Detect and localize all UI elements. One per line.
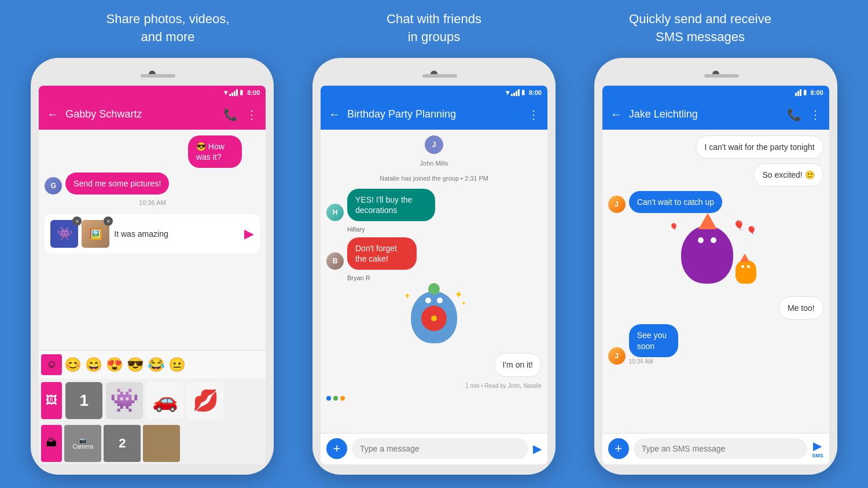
sticker-purple-group: 🎈 🎈 🎈 (608, 218, 823, 292)
emoji-4[interactable]: 😎 (127, 357, 144, 373)
sms-send-btn[interactable]: ▶ SMS (812, 439, 823, 458)
message-input-3[interactable] (634, 438, 807, 459)
compose-text: It was amazing (114, 229, 240, 239)
msg-catch-up: J Can't wait to catch up (608, 191, 823, 213)
bubble-hillary: YES! I'll buy the decorations (347, 189, 435, 221)
app-bar-3: ← Jake Leichtling 📞 ⋮ (602, 100, 829, 130)
msg-so-excited: So excited! 🙂 (608, 163, 823, 186)
emoji-bar: ☺ 😊 😄 😍 😎 😂 😐 (39, 350, 266, 379)
bubble-1-1: 😎 How was it? (188, 135, 242, 168)
app-bar-2: ← Birthday Party Planning ⋮ (321, 100, 547, 130)
emoji-list: 😊 😄 😍 😎 😂 😐 (64, 354, 186, 375)
more-button-2[interactable]: ⋮ (528, 108, 539, 122)
chat-area-1: 😎 How was it? G Send me some pictures! 1… (39, 130, 266, 350)
call-button-1[interactable]: 📞 (223, 108, 238, 122)
emoji-2[interactable]: 😄 (85, 357, 102, 373)
battery-icon-1: ▮ (240, 89, 243, 96)
battery-icon-3: ▮ (803, 89, 807, 96)
attachment-previews: 👾 × 🖼️ × (50, 220, 109, 248)
message-input-2[interactable] (352, 438, 528, 459)
time-see-you: 10:34 AM (629, 358, 695, 365)
input-bar-2: + ▶ (321, 433, 547, 464)
read-receipt: 1 min • Read by John, Natalie (326, 383, 542, 389)
photo-thumb: 🖼️ × (82, 220, 109, 248)
sticker-4[interactable]: 💋 (187, 382, 224, 419)
back-button-1[interactable]: ← (47, 108, 58, 121)
phone-1: ▾ ▮ 8:00 ← Gabby Schwartz 📞 ⋮ (31, 58, 274, 475)
msg-time-1: 10:36 AM (45, 199, 260, 206)
avatar-gabby: G (45, 177, 62, 195)
signal-1 (229, 89, 238, 96)
bubble-bryan: Don't forget the cake! (347, 237, 417, 270)
label-2: Chat with friendsin groups (301, 10, 567, 46)
wifi-icon-1: ▾ (224, 89, 227, 97)
bubble-me-too: Me too! (779, 296, 823, 320)
add-button-3[interactable]: + (608, 438, 629, 459)
more-button-3[interactable]: ⋮ (810, 108, 821, 122)
camera-btn[interactable]: 📷Camera (64, 425, 101, 462)
emoji-6[interactable]: 😐 (168, 357, 186, 373)
sticker-2[interactable]: 👾 (106, 382, 143, 419)
john-avatar: J (425, 135, 443, 154)
photo-toggle[interactable]: 🏔 (41, 425, 62, 462)
john-avatar-row: J (326, 135, 542, 154)
typing-dot-3 (340, 396, 345, 401)
send-button-1[interactable]: ▶ (244, 226, 254, 241)
sticker-group: ✦ ✦ ✦ (326, 286, 542, 348)
remove-photo[interactable]: × (104, 217, 113, 226)
bubble-im-on-it: I'm on it! (494, 353, 542, 376)
label-3: Quickly send and receiveSMS messages (567, 10, 833, 46)
emoji-5[interactable]: 😂 (148, 357, 165, 373)
status-bar-1: ▾ ▮ 8:00 (39, 86, 266, 100)
back-button-2[interactable]: ← (329, 108, 340, 121)
sms-label: SMS (812, 453, 823, 458)
chat-title-1: Gabby Schwartz (65, 108, 223, 120)
bubble-1-2: Send me some pictures! (65, 173, 169, 195)
add-button-2[interactable]: + (326, 438, 347, 459)
sticker-toggle[interactable]: 🖼 (41, 382, 62, 419)
call-button-3[interactable]: 📞 (787, 108, 801, 122)
bubble-excited: So excited! 🙂 (753, 163, 823, 186)
join-notice: Natalie has joined the group • 2:31 PM (326, 173, 542, 184)
back-button-3[interactable]: ← (610, 108, 622, 121)
emoji-1[interactable]: 😊 (64, 357, 82, 373)
bubble-cant-wait: I can't wait for the party tonight (696, 135, 823, 159)
sticker-bar: 🖼 1 👾 🚗 💋 (39, 379, 266, 423)
photo-thumb-2[interactable] (143, 425, 180, 462)
msg-see-you: J See you soon 10:34 AM (608, 324, 823, 364)
wifi-icon-2: ▾ (506, 89, 509, 97)
typing-dot-2 (333, 396, 338, 401)
msg-row-1: 😎 How was it? (45, 135, 260, 168)
sticker-thumb: 👾 × (50, 220, 78, 248)
time-3: 8:00 (811, 89, 823, 96)
input-bar-3: + ▶ SMS (602, 433, 829, 464)
emoji-3[interactable]: 😍 (106, 357, 123, 373)
chat-area-3: I can't wait for the party tonight So ex… (602, 130, 829, 433)
photo-badge[interactable]: 2 (104, 425, 141, 462)
top-labels: Share photos, videos,and more Chat with … (0, 0, 868, 52)
phone-1-screen: ▾ ▮ 8:00 ← Gabby Schwartz 📞 ⋮ (39, 86, 266, 464)
avatar-bryan: B (326, 252, 344, 270)
signal-2 (511, 89, 520, 96)
msg-sent-2: I'm on it! (326, 353, 542, 376)
emoji-toggle[interactable]: ☺ (41, 354, 62, 375)
chat-area-2: J John Mills Natalie has joined the grou… (321, 130, 547, 433)
chat-title-3: Jake Leichtling (629, 108, 787, 120)
bubble-see-you: See you soon (629, 324, 678, 357)
phone-3: ▮ 8:00 ← Jake Leichtling 📞 ⋮ I can't wai… (594, 58, 837, 475)
msg-row-2: G Send me some pictures! (45, 173, 260, 195)
send-button-2[interactable]: ▶ (533, 442, 542, 456)
label-1: Share photos, videos,and more (35, 10, 301, 46)
typing-dot-1 (326, 396, 331, 401)
time-1: 8:00 (247, 89, 260, 96)
sticker-1[interactable]: 1 (65, 382, 102, 419)
typing-row (326, 396, 542, 401)
photo-strip: 🏔 📷Camera 2 (39, 423, 266, 464)
more-button-1[interactable]: ⋮ (246, 108, 258, 122)
sender-bryan: Bryan R (347, 274, 542, 281)
app-bar-1: ← Gabby Schwartz 📞 ⋮ (39, 100, 266, 130)
sticker-3[interactable]: 🚗 (146, 382, 183, 419)
remove-sticker[interactable]: × (72, 217, 82, 226)
avatar-jake-1: J (608, 196, 626, 213)
send-icon-3: ▶ (813, 439, 822, 453)
